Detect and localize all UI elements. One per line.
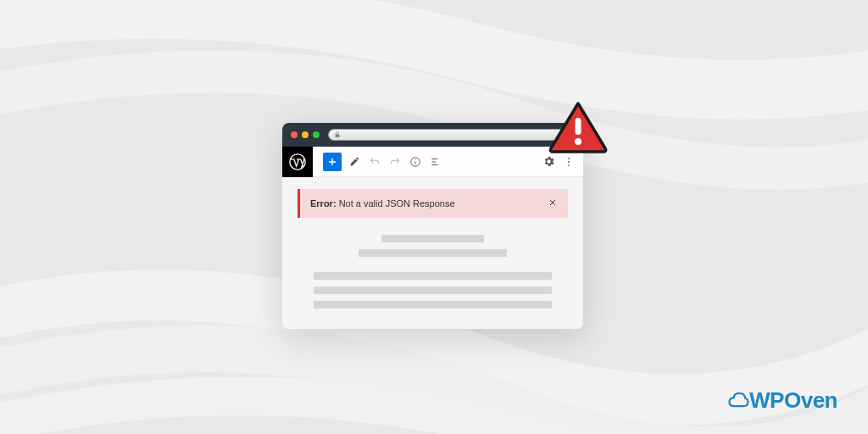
maximize-dot[interactable] (313, 131, 320, 138)
close-icon[interactable] (548, 198, 558, 209)
wordpress-logo[interactable] (282, 147, 313, 177)
url-bar[interactable] (328, 129, 575, 141)
add-block-button[interactable] (323, 153, 342, 171)
brand-name: WPOven (749, 387, 837, 414)
editor-toolbar (282, 147, 583, 177)
settings-gear-icon[interactable] (541, 154, 556, 170)
lock-icon (334, 131, 341, 138)
svg-rect-5 (576, 118, 581, 135)
cloud-icon (726, 388, 751, 414)
info-icon[interactable] (408, 154, 423, 170)
redo-icon[interactable] (387, 154, 403, 170)
window-controls (291, 131, 320, 138)
svg-point-2 (568, 157, 570, 159)
undo-icon[interactable] (367, 154, 382, 170)
svg-point-6 (575, 138, 581, 145)
svg-point-3 (568, 161, 570, 163)
content-placeholder (298, 235, 568, 309)
browser-window: Error: Not a valid JSON Response (282, 123, 583, 329)
outline-icon[interactable] (428, 154, 443, 170)
close-dot[interactable] (291, 131, 298, 138)
browser-titlebar (282, 123, 583, 147)
warning-triangle-icon (548, 101, 609, 155)
more-options-icon[interactable] (561, 154, 576, 170)
error-message: Error: Not a valid JSON Response (310, 198, 548, 209)
edit-icon[interactable] (347, 154, 362, 170)
error-banner: Error: Not a valid JSON Response (298, 189, 568, 218)
wpoven-logo: WPOven (726, 387, 837, 414)
svg-point-4 (568, 164, 570, 166)
editor-content: Error: Not a valid JSON Response (282, 177, 583, 329)
minimize-dot[interactable] (302, 131, 309, 138)
